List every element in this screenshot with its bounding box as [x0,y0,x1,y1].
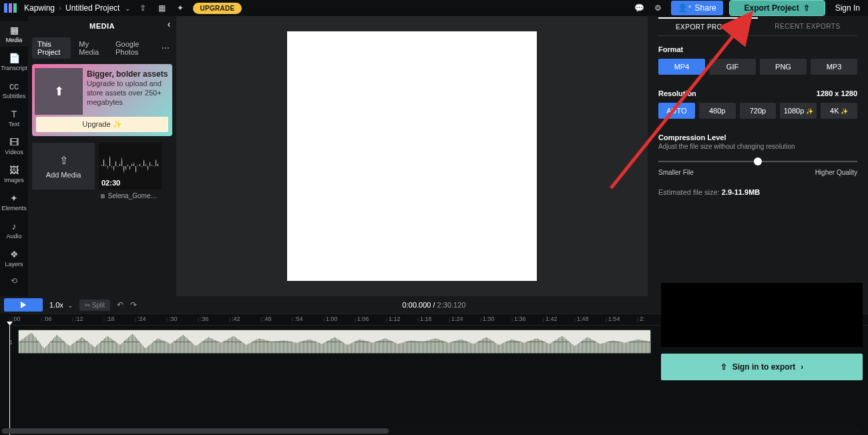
elements-icon: ✦ [10,193,18,203]
promo-body: Upgrade to upload and store assets over … [87,79,168,107]
export-project-button[interactable]: Export Project⇧ [730,1,825,15]
rail-subtitles[interactable]: ccSubtitles [0,77,28,103]
text-icon: T [11,109,17,119]
export-tabs: EXPORT PROJECT RECENT EXPORTS [658,17,857,36]
project-name[interactable]: Untitled Project [65,3,120,13]
slider-thumb[interactable] [754,157,762,165]
asset-item[interactable]: 02:30 Selena_Gomez_-_… [99,143,162,202]
rail-audio[interactable]: ♪Audio [0,218,28,243]
res-4k[interactable]: 4K [821,103,857,119]
export-label: Export Project [744,3,799,13]
waveform-icon [101,153,159,179]
promo-upgrade-button[interactable]: Upgrade ✨ [36,117,168,132]
tab-this-project[interactable]: This Project [32,37,71,59]
res-1080p[interactable]: 1080p [780,103,817,119]
rail-images[interactable]: 🖼Images [0,161,28,187]
playback-speed[interactable]: 1.0x⌄ [49,301,73,309]
compression-sublabel: Adjust the file size without changing re… [658,143,857,150]
audio-icon: ♪ [12,221,17,232]
asset-filename: Selena_Gomez_-_… [99,189,162,202]
playhead[interactable] [9,326,10,435]
clip-waveform [19,330,650,353]
tab-my-media[interactable]: My Media [73,37,107,59]
play-button[interactable] [4,298,43,312]
horizontal-scrollbar[interactable] [2,428,861,434]
format-mp3[interactable]: MP3 [811,59,857,75]
ruler-tick: 1:54 [606,316,620,322]
estimated-size: Estimated file size: 2.9-11.9MB [658,188,857,196]
ruler-tick: 1:48 [574,316,589,322]
timecode: 0:00.000 / 2:30.120 [403,301,466,309]
refresh-icon[interactable]: ⟲ [11,276,17,286]
rail-elements[interactable]: ✦Elements [0,189,28,215]
split-button[interactable]: ✂ Split [79,300,110,311]
slider-min-label: Smaller File [658,169,694,176]
time-current: 0:00.000 [403,301,431,309]
more-icon[interactable]: ⋯ [159,43,172,53]
subtitles-icon: cc [9,81,19,91]
format-gif[interactable]: GIF [709,59,756,75]
ruler-tick: 1:36 [511,316,526,322]
sidebar-title: MEDIA ‹ [32,16,172,36]
sign-in-to-export-button[interactable]: ⇧ Sign in to export › [661,354,863,380]
ruler-tick: :18 [103,316,115,322]
ruler-tick: 1:06 [355,316,369,322]
app-name[interactable]: Kapwing [24,3,55,13]
canvas-area[interactable] [176,16,648,296]
res-auto[interactable]: AUTO [658,103,695,119]
upgrade-button[interactable]: UPGRADE [193,3,241,14]
upload-arrow-icon: ⬆ [54,84,64,99]
compression-slider[interactable] [658,155,857,169]
ruler-tick: :54 [292,316,303,322]
export-icon: ⇧ [803,3,810,13]
resolution-label: Resolution [658,89,696,97]
app-logo[interactable] [4,3,17,13]
sign-in-link[interactable]: Sign In [831,3,864,13]
play-icon [21,302,26,308]
promo-text: Bigger, bolder assets Upgrade to upload … [87,64,172,107]
tab-export-project[interactable]: EXPORT PROJECT [658,17,758,35]
upload-icon: ⇧ [59,154,68,167]
ruler-tick: :24 [135,316,146,322]
tab-recent-exports[interactable]: RECENT EXPORTS [758,17,857,35]
images-icon: 🖼 [9,165,19,175]
sidebar-tabs: This Project My Media Google Photos ⋯ [32,36,172,60]
export-out-icon: ⇧ [720,362,727,372]
comments-icon[interactable]: 💬 [634,2,646,14]
rail-text[interactable]: TText [0,105,28,131]
rail-media[interactable]: ▦Media [0,21,28,47]
format-mp4[interactable]: MP4 [658,59,705,75]
idea-icon[interactable]: ✦ [174,2,186,14]
ruler-tick: :42 [229,316,240,322]
rail-transcript[interactable]: 📄Transcript [0,49,28,75]
audio-clip[interactable] [18,330,651,354]
add-media-label: Add Media [46,171,81,179]
add-media-button[interactable]: ⇧ Add Media [32,143,95,189]
promo-title: Bigger, bolder assets [87,69,168,79]
undo-button[interactable]: ↶ [117,300,124,310]
record-icon[interactable]: ▦ [156,2,168,14]
format-options: MP4 GIF PNG MP3 [658,59,857,75]
canvas[interactable] [287,31,537,281]
rail-videos[interactable]: 🎞Videos [0,133,28,159]
resolution-options: AUTO 480p 720p 1080p 4K [658,103,857,119]
ruler-tick: :36 [198,316,209,322]
compression-label: Compression Level [658,133,857,141]
collapse-sidebar-icon[interactable]: ‹ [168,19,171,29]
upload-icon[interactable]: ⇪ [137,2,149,14]
export-footer: ⇧ Sign in to export › [661,283,863,380]
top-bar: Kapwing › Untitled Project ⌄ ⇪ ▦ ✦ UPGRA… [0,0,868,16]
format-png[interactable]: PNG [760,59,807,75]
redo-button[interactable]: ↷ [130,300,137,310]
res-720p[interactable]: 720p [740,103,777,119]
ruler-tick: :12 [72,316,83,322]
promo-thumb: ⬆ [35,68,83,115]
ruler-tick: :48 [260,316,272,322]
rail-layers[interactable]: ❖Layers [0,246,28,271]
share-button[interactable]: 👤⁺Share [671,1,723,15]
scrollbar-thumb[interactable] [2,428,389,434]
tab-google-photos[interactable]: Google Photos [110,37,156,59]
settings-icon[interactable]: ⚙ [652,2,664,14]
res-480p[interactable]: 480p [699,103,736,119]
project-menu-chevron-icon[interactable]: ⌄ [125,5,130,12]
